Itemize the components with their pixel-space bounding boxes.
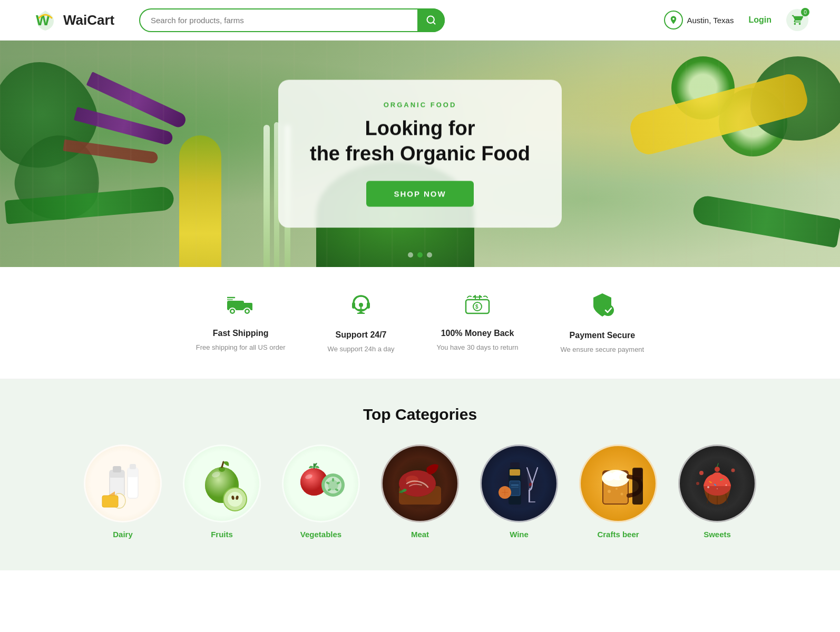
svg-rect-58 (510, 462, 520, 468)
features-section: Fast Shipping Free shipping for all US o… (0, 267, 840, 379)
fast-shipping-title: Fast Shipping (213, 329, 269, 338)
logo-text: WaiCart (63, 12, 114, 28)
hero-subtitle: ORGANIC FOOD (310, 101, 530, 109)
svg-rect-60 (510, 481, 520, 496)
logo-icon: W (32, 6, 59, 34)
dairy-label: Dairy (113, 530, 133, 539)
fruits-label: Fruits (211, 530, 233, 539)
hero-carousel-dots (408, 252, 432, 258)
carousel-dot-3[interactable] (427, 252, 432, 258)
svg-point-74 (616, 488, 618, 490)
svg-rect-13 (352, 302, 355, 309)
svg-rect-29 (130, 464, 136, 469)
svg-point-48 (332, 478, 334, 482)
cart-button[interactable]: 0 (786, 9, 808, 31)
feature-money-back: $ 100% Money Back You have 30 days to re… (437, 294, 519, 351)
svg-rect-14 (367, 302, 370, 309)
svg-point-23 (603, 305, 613, 315)
dairy-circle (84, 445, 162, 522)
fast-shipping-desc: Free shipping for all US order (196, 343, 286, 351)
svg-point-93 (699, 471, 704, 475)
meat-label: Meat (411, 530, 429, 539)
money-back-desc: You have 30 days to return (437, 343, 519, 351)
support-title: Support 24/7 (336, 330, 387, 340)
categories-grid: Dairy (32, 445, 808, 539)
fruits-circle (183, 445, 261, 522)
svg-point-88 (707, 486, 709, 488)
cart-icon (792, 14, 803, 26)
wine-circle (480, 445, 558, 522)
login-button[interactable]: Login (748, 15, 771, 25)
location-wrapper: Austin, Texas (664, 11, 734, 29)
feature-fast-shipping: Fast Shipping Free shipping for all US o… (196, 294, 286, 351)
header-right: Austin, Texas Login 0 (664, 9, 809, 31)
category-meat[interactable]: Meat (381, 445, 459, 539)
svg-point-75 (621, 493, 623, 496)
category-crafts-beer[interactable]: Crafts beer (579, 445, 657, 539)
svg-line-35 (222, 462, 223, 467)
support-desc: We support 24h a day (328, 345, 395, 353)
svg-point-15 (359, 303, 363, 307)
location-icon (669, 15, 678, 25)
categories-section: Top Categories (0, 379, 840, 570)
svg-point-91 (715, 467, 720, 472)
beer-circle (579, 445, 657, 522)
cart-badge: 0 (801, 8, 809, 16)
svg-rect-26 (113, 466, 121, 472)
beer-label: Crafts beer (597, 530, 639, 539)
svg-line-3 (433, 22, 435, 24)
category-wine[interactable]: Wine (480, 445, 558, 539)
hero-section: ORGANIC FOOD Looking for the fresh Organ… (0, 41, 840, 267)
category-fruits[interactable]: Fruits (183, 445, 261, 539)
search-button[interactable] (417, 8, 445, 32)
svg-rect-4 (227, 301, 244, 310)
svg-rect-77 (633, 469, 642, 479)
svg-point-73 (608, 490, 611, 493)
svg-text:$: $ (475, 304, 478, 310)
hero-card: ORGANIC FOOD Looking for the fresh Organ… (278, 80, 562, 228)
categories-title: Top Categories (32, 406, 808, 423)
payment-secure-title: Payment Secure (570, 331, 636, 340)
category-vegetables[interactable]: Vegetables (282, 445, 360, 539)
feature-payment-secure: Payment Secure We ensure secure payment (560, 292, 644, 353)
money-back-icon: $ (464, 294, 491, 320)
shop-now-button[interactable]: SHOP NOW (366, 181, 473, 207)
svg-rect-31 (102, 496, 118, 507)
svg-point-38 (228, 492, 242, 507)
sweets-label: Sweets (704, 530, 731, 539)
svg-point-9 (246, 310, 248, 313)
svg-point-8 (231, 310, 233, 313)
search-icon (426, 15, 436, 25)
svg-point-95 (696, 482, 699, 485)
vegetables-label: Vegetables (300, 530, 341, 539)
fast-shipping-icon (227, 294, 255, 320)
hero-title: Looking for the fresh Organic Food (310, 116, 530, 166)
logo: W WaiCart (32, 6, 126, 34)
category-sweets[interactable]: Sweets (678, 445, 756, 539)
payment-secure-desc: We ensure secure payment (560, 345, 644, 353)
svg-point-94 (731, 469, 735, 472)
svg-point-90 (717, 488, 718, 489)
support-icon (349, 293, 373, 322)
header: W WaiCart Austin, Texas Login (0, 0, 840, 41)
search-input[interactable] (139, 8, 445, 32)
vegetables-circle (282, 445, 360, 522)
location-icon-wrap (664, 11, 683, 29)
wine-label: Wine (510, 530, 529, 539)
location-text: Austin, Texas (687, 16, 734, 25)
carousel-dot-1[interactable] (408, 252, 413, 258)
sweets-circle (678, 445, 756, 522)
search-container (139, 8, 445, 32)
payment-secure-icon (590, 292, 614, 322)
svg-line-92 (717, 463, 718, 467)
carousel-dot-2[interactable] (417, 252, 423, 258)
meat-circle (381, 445, 459, 522)
svg-rect-63 (510, 469, 520, 476)
feature-support: Support 24/7 We support 24h a day (328, 293, 395, 353)
svg-point-89 (726, 485, 727, 486)
money-back-title: 100% Money Back (441, 329, 514, 338)
category-dairy[interactable]: Dairy (84, 445, 162, 539)
